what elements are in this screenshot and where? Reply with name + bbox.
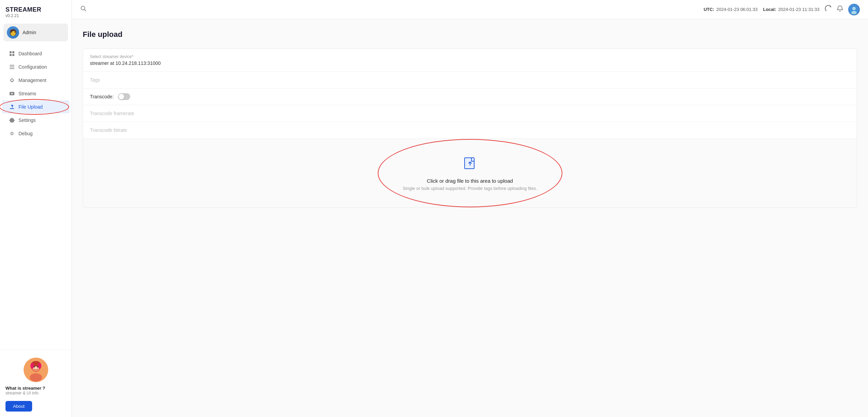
avatar-illustration: [24, 358, 48, 382]
sidebar-item-debug-label: Debug: [18, 131, 32, 136]
streams-icon: [9, 91, 15, 97]
configuration-icon: [9, 64, 15, 70]
sidebar-item-file-upload-label: File Upload: [18, 104, 43, 110]
device-label: Select streamer device*: [90, 54, 850, 59]
brand-version: v0.2.21: [5, 13, 66, 18]
transcode-label: Transcode:: [90, 94, 114, 99]
device-value: streamer at 10.24.218.113:31000: [90, 60, 850, 66]
svg-rect-24: [465, 158, 474, 169]
svg-rect-0: [10, 51, 12, 53]
device-field[interactable]: Select streamer device* streamer at 10.2…: [83, 49, 857, 72]
bitrate-field[interactable]: Transcode bitrate: [83, 122, 857, 139]
brand-title: STREAMER: [5, 6, 66, 13]
framerate-placeholder: Transcode framerate: [90, 111, 850, 116]
svg-rect-3: [12, 54, 14, 56]
topbar: UTC: 2024-01-23 06:01:33 Local: 2024-01-…: [72, 0, 868, 19]
what-is-streamer: What is streamer ? streamer & UI info: [5, 386, 66, 395]
sidebar-item-management[interactable]: Management: [2, 74, 69, 87]
avatar: 🧑: [7, 26, 19, 39]
user-profile[interactable]: 🧑 Admin: [3, 24, 68, 41]
topbar-left: [80, 5, 87, 14]
svg-rect-5: [10, 67, 14, 67]
sidebar-item-settings[interactable]: Settings: [2, 114, 69, 127]
settings-icon: [9, 117, 15, 123]
topbar-right: UTC: 2024-01-23 06:01:33 Local: 2024-01-…: [704, 4, 860, 15]
svg-point-20: [81, 6, 85, 10]
framerate-field[interactable]: Transcode framerate: [83, 105, 857, 122]
dashboard-icon: [9, 51, 15, 57]
sidebar-item-configuration-label: Configuration: [18, 64, 47, 70]
svg-point-23: [851, 11, 857, 14]
sidebar-item-streams-label: Streams: [18, 91, 36, 96]
svg-point-17: [38, 363, 41, 369]
upload-text-sub: Single or bulk upload supported. Provide…: [403, 186, 537, 191]
upload-area[interactable]: Click or drag file to this area to uploa…: [83, 139, 857, 207]
sidebar-item-configuration[interactable]: Configuration: [2, 60, 69, 73]
svg-rect-2: [10, 54, 12, 56]
page-title: File upload: [83, 30, 857, 39]
content: File upload Select streamer device* stre…: [72, 19, 868, 417]
transcode-row: Transcode:: [83, 88, 857, 105]
what-is-streamer-title: What is streamer ?: [5, 386, 66, 391]
svg-point-8: [11, 93, 13, 94]
file-upload-icon: [9, 104, 15, 110]
bitrate-placeholder: Transcode bitrate: [90, 127, 850, 133]
debug-icon: [9, 130, 15, 137]
svg-point-22: [852, 7, 856, 10]
topbar-icons: [825, 4, 860, 15]
tags-placeholder: Tags: [90, 77, 850, 83]
utc-label: UTC:: [704, 7, 714, 12]
sidebar-item-management-label: Management: [18, 78, 46, 83]
svg-point-16: [30, 363, 34, 369]
what-is-streamer-sub: streamer & UI info: [5, 391, 66, 395]
sidebar-bottom: What is streamer ? streamer & UI info Ab…: [0, 350, 71, 417]
local-label: Local:: [763, 7, 776, 12]
utc-value: 2024-01-23 06:01:33: [716, 7, 758, 12]
sidebar-item-streams[interactable]: Streams: [2, 87, 69, 100]
upload-file-icon: [463, 155, 478, 173]
svg-rect-9: [10, 108, 14, 109]
sidebar-item-debug[interactable]: Debug: [2, 127, 69, 140]
sidebar-item-settings-label: Settings: [18, 117, 36, 123]
bell-icon[interactable]: [837, 5, 843, 14]
username: Admin: [23, 30, 36, 35]
svg-rect-1: [12, 51, 14, 53]
main: UTC: 2024-01-23 06:01:33 Local: 2024-01-…: [72, 0, 868, 417]
tags-field[interactable]: Tags: [83, 72, 857, 88]
svg-rect-4: [10, 65, 14, 66]
toggle-knob: [119, 94, 124, 99]
sidebar-item-dashboard[interactable]: Dashboard: [2, 47, 69, 60]
local-value: 2024-01-23 11:31:33: [778, 7, 819, 12]
refresh-icon[interactable]: [825, 5, 832, 14]
svg-rect-6: [10, 68, 14, 69]
svg-point-19: [37, 366, 38, 367]
sidebar-nav: Dashboard Configuration Management Strea…: [0, 45, 71, 350]
sidebar-item-file-upload[interactable]: File Upload: [2, 100, 69, 113]
local-time: Local: 2024-01-23 11:31:33: [763, 7, 819, 12]
brand: STREAMER v0.2.21: [0, 0, 71, 21]
svg-point-13: [30, 373, 42, 381]
form-card: Select streamer device* streamer at 10.2…: [83, 48, 857, 208]
management-icon: [9, 77, 15, 83]
search-icon[interactable]: [80, 5, 87, 14]
svg-point-18: [34, 366, 35, 367]
upload-text-main: Click or drag file to this area to uploa…: [427, 178, 513, 184]
sidebar: STREAMER v0.2.21 🧑 Admin Dashboard Confi…: [0, 0, 72, 417]
topbar-avatar[interactable]: [848, 4, 860, 15]
about-button[interactable]: About: [5, 401, 32, 412]
sidebar-item-dashboard-label: Dashboard: [18, 51, 42, 56]
transcode-toggle[interactable]: [118, 93, 130, 100]
utc-time: UTC: 2024-01-23 06:01:33: [704, 7, 758, 12]
